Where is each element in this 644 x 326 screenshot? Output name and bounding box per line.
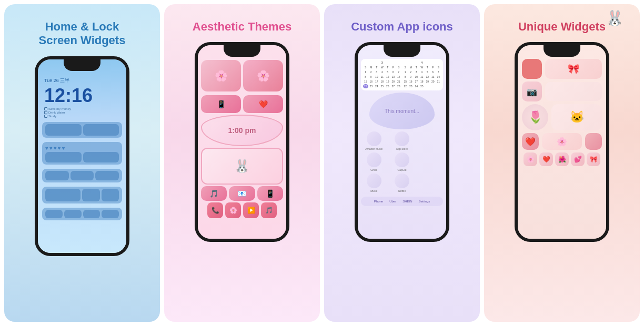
widget-row-4-1: 🎀: [522, 59, 602, 79]
bottom-icon-4-2: ❤️: [539, 152, 553, 166]
bottom-dock: Phone Uber SHEIN Settings: [361, 197, 443, 206]
pink-bottom-icon-3: ▶️: [243, 202, 259, 218]
blue-widget-4: [42, 187, 122, 203]
bottom-icon-4-4: 💕: [571, 152, 585, 166]
cal-cell: T: [385, 65, 390, 69]
app-capcut: CapCut: [389, 152, 415, 171]
phone-screen-2: 🌸 🌸 📱 ❤️ 1:00 pm 🐰 🎵 📧 📱 📞 🌸: [198, 45, 286, 239]
spacer: [417, 131, 443, 137]
checkbox-1: Save my money: [44, 107, 71, 110]
blue-widget-3: [42, 169, 122, 182]
pink-bottom-icon-2: 🌸: [225, 202, 241, 218]
cal-cell: 14: [436, 75, 441, 79]
flower-widget-2: 🌸: [243, 60, 283, 91]
pink-icon-2: ❤️: [243, 95, 283, 113]
pink-long-widget: [545, 82, 602, 101]
app-icon-amazon: [367, 131, 381, 146]
blue-box-7: [95, 171, 119, 180]
cal-cell: 6: [391, 70, 396, 74]
widget-row-4-3: 🌷 🐱: [522, 104, 602, 130]
checkbox-label-1: Save my money: [48, 107, 71, 110]
app-name-gmail: Gmail: [370, 168, 377, 171]
phone-screen-4: 🎀 📷 🌷 🐱 ❤️ 🌸 🌸 ❤️ 🌺: [518, 45, 606, 239]
cal-cell: 8: [403, 75, 408, 79]
phone-screen-1: Tue 26 三半 12:16 Save my money Drink Wate…: [38, 59, 126, 253]
cal-cell: F: [430, 65, 436, 69]
pink-icon-5: 📱: [257, 186, 283, 201]
pink-bottom-icon-1: 📞: [207, 202, 223, 218]
time-large-1: 12:16: [42, 86, 93, 105]
checkbox-box-2: [44, 111, 47, 114]
app-amazon-music: Amazon Music: [361, 131, 387, 150]
panel-3-title: Custom App icons: [351, 20, 453, 34]
app-grid: Amazon Music App Store Gmail CapCut: [361, 131, 443, 192]
cal-cell: T: [425, 65, 430, 69]
cal-cell: 11: [419, 75, 425, 79]
app-music: Music: [361, 174, 387, 192]
heart-1: ♥: [45, 145, 48, 151]
blue-box-1: [45, 124, 82, 136]
checkbox-label-3: Study: [48, 115, 56, 118]
pink-icon-row-1: 📱 ❤️: [201, 95, 283, 113]
phone-mockup-3: 3 S M T W T F S 1 2 3 4 5 6: [355, 42, 449, 242]
cal-cell-highlight: 22: [363, 84, 368, 88]
hearts-row: ♥ ♥ ♥ ♥ ♥: [45, 144, 119, 152]
cal-cell: 22: [403, 84, 408, 88]
cal-cell: 2: [369, 70, 374, 74]
cal-cell: 16: [369, 79, 374, 84]
cal-cell: T: [374, 65, 379, 69]
phone-mockup-4: 🎀 📷 🌷 🐱 ❤️ 🌸 🌸 ❤️ 🌺: [515, 42, 609, 242]
bunny-deco-top: 🐰: [606, 9, 624, 27]
cal-cell: 9: [369, 75, 374, 79]
cal-cell: 25: [380, 84, 385, 88]
heart-2: ♥: [49, 145, 53, 151]
cal-cell: 4: [419, 70, 425, 74]
cal-cell: 11: [380, 75, 385, 79]
checkbox-box-3: [44, 115, 47, 118]
cal-cell: 24: [374, 84, 379, 88]
panel-aesthetic-themes: Aesthetic Themes 🌸 🌸 📱 ❤️ 1:00 pm 🐰 🎵 📧 …: [164, 4, 320, 322]
heart-widget: This moment...: [369, 93, 435, 129]
cal-cell: 7: [396, 70, 401, 74]
widget-row-4-4: ❤️ 🌸: [522, 133, 602, 150]
blue-box-12: [64, 210, 82, 218]
blue-widget-row-1: [45, 124, 119, 136]
cal-cell: M: [408, 65, 414, 69]
flower-widget-row4: 🌸: [542, 133, 582, 150]
blue-widget-row-5: [45, 210, 119, 218]
heart-3: ♥: [54, 145, 57, 151]
app-icon-music: [367, 174, 381, 188]
cal-cell: 1: [403, 70, 408, 74]
calendar-widget: 3 S M T W T F S 1 2 3 4 5 6: [361, 59, 443, 90]
cal-cell: 6: [430, 70, 436, 74]
cal-cell: F: [391, 65, 396, 69]
app-netflix: Netflix: [389, 174, 415, 192]
app-name-capcut: CapCut: [398, 168, 407, 171]
app-icon-netflix: [395, 174, 409, 188]
dock-phone: Phone: [372, 199, 385, 204]
cal-cell: 20: [430, 79, 436, 84]
cal-cell: S: [396, 65, 401, 69]
tulip-widget: 🌷: [522, 104, 548, 130]
blue-widget-5: [42, 208, 122, 220]
pink-icon-3: 🎵: [201, 186, 227, 201]
cal-cell: T: [414, 65, 419, 69]
panel-custom-app-icons: Custom App icons 3 S M T W T F S 1 2: [324, 4, 480, 322]
blue-box-6: [71, 171, 94, 180]
cal-cell: 28: [396, 84, 401, 88]
app-name-amazon: Amazon Music: [365, 147, 383, 150]
cal-cell: 18: [380, 79, 385, 84]
cal-cell: 27: [391, 84, 396, 88]
app-name-appstore: App Store: [396, 147, 408, 150]
cal-cell: 1: [363, 70, 368, 74]
heart-small-icon: ❤️: [522, 133, 539, 150]
blue-widget-row-4: [45, 189, 119, 201]
blue-widget-1: [42, 122, 122, 138]
cal-cell: 19: [425, 79, 430, 84]
app-gmail: Gmail: [361, 152, 387, 171]
cal-cell: 17: [374, 79, 379, 84]
cal-cell: 13: [430, 75, 436, 79]
cal-cell: S: [436, 65, 441, 69]
phone-mockup-2: 🌸 🌸 📱 ❤️ 1:00 pm 🐰 🎵 📧 📱 📞 🌸: [195, 42, 289, 242]
blue-box-2: [83, 124, 119, 136]
